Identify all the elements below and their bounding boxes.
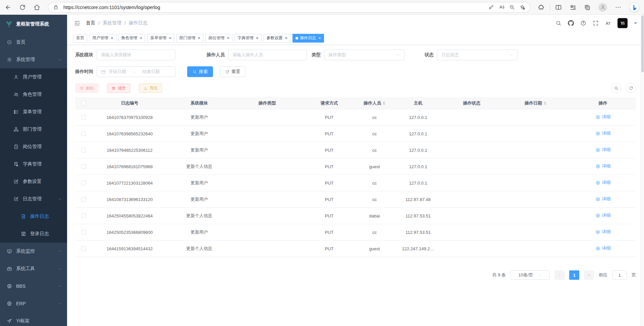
tab-4[interactable]: 部门管理× [176, 34, 204, 43]
home-icon[interactable] [34, 4, 40, 11]
sidebar-item-0[interactable]: 首页 [0, 34, 67, 51]
sidebar-item-7[interactable]: 字典管理 [0, 155, 67, 173]
github-icon[interactable] [568, 20, 574, 26]
row-checkbox[interactable] [81, 131, 86, 136]
close-icon[interactable]: × [318, 36, 321, 40]
operator-input[interactable]: 请输入操作人员 [228, 50, 307, 60]
row-checkbox[interactable] [81, 181, 86, 185]
clear-button[interactable]: 清空 [107, 83, 130, 93]
module-input[interactable]: 请输入系统模块 [97, 50, 175, 60]
page-scrollbar[interactable] [641, 15, 644, 326]
collections-icon[interactable] [584, 4, 591, 11]
sidebar-item-4[interactable]: 菜单管理 [0, 103, 67, 121]
date-range-input[interactable]: 开始日期 - 结束日期 [97, 66, 175, 77]
refresh-icon[interactable] [19, 4, 26, 11]
zoom-out-icon[interactable] [509, 4, 515, 10]
goto-page-input[interactable]: 1 [612, 270, 627, 280]
page-size-select[interactable]: 10条/页 [511, 270, 550, 280]
password-key-icon[interactable] [488, 4, 494, 10]
close-icon[interactable]: × [256, 36, 259, 40]
reset-button[interactable]: 重置 [220, 66, 246, 77]
close-icon[interactable]: × [227, 36, 229, 40]
row-checkbox[interactable] [81, 197, 86, 202]
sidebar-item-15[interactable]: ERP [0, 295, 67, 312]
lock-icon[interactable] [53, 4, 59, 10]
status-select[interactable]: 日志状态 [437, 50, 518, 60]
favorites-icon[interactable] [570, 4, 576, 11]
user-avatar[interactable]: Yi [618, 18, 628, 28]
collapse-sidebar-icon[interactable] [74, 20, 80, 26]
sidebar-item-2[interactable]: 用户管理 [0, 68, 67, 86]
split-screen-icon[interactable] [555, 4, 562, 11]
tab-3[interactable]: 菜单管理× [147, 34, 174, 43]
row-checkbox[interactable] [81, 213, 86, 218]
detail-link[interactable]: 详细 [595, 229, 611, 235]
tab-6[interactable]: 字典管理× [234, 34, 262, 43]
detail-link[interactable]: 详细 [595, 147, 611, 153]
detail-link[interactable]: 详细 [595, 196, 611, 202]
extensions-icon[interactable] [538, 4, 545, 11]
sidebar-item-9[interactable]: 日志管理 [0, 190, 67, 208]
search-button[interactable]: 搜索 [187, 66, 213, 77]
favorite-add-icon[interactable] [520, 4, 525, 10]
delete-button[interactable]: 删除 [75, 83, 98, 93]
close-icon[interactable]: × [140, 36, 143, 40]
fullscreen-icon[interactable] [593, 20, 599, 26]
sidebar-item-13[interactable]: 系统工具 [0, 260, 67, 277]
tab-7[interactable]: 参数设置× [264, 34, 291, 43]
close-icon[interactable]: × [169, 36, 171, 40]
browser-profile-avatar[interactable] [598, 3, 607, 12]
tab-5[interactable]: 岗位管理× [205, 34, 232, 43]
font-size-icon[interactable] [605, 20, 611, 26]
sidebar-item-16[interactable]: Yi框架 [0, 312, 67, 326]
export-button[interactable]: 导出 [139, 83, 162, 93]
detail-link[interactable]: 详细 [595, 114, 611, 120]
detail-link[interactable]: 详细 [595, 212, 611, 218]
sidebar-item-14[interactable]: BBS [0, 277, 67, 295]
sidebar-item-5[interactable]: 部门管理 [0, 121, 67, 138]
tab-1[interactable]: 用户管理× [89, 34, 116, 43]
row-checkbox[interactable] [81, 246, 86, 251]
scrollbar-thumb[interactable] [641, 15, 644, 72]
close-icon[interactable]: × [198, 36, 201, 40]
detail-link[interactable]: 详细 [595, 130, 611, 136]
sidebar-item-12[interactable]: 系统监控 [0, 243, 67, 260]
row-checkbox[interactable] [81, 148, 86, 152]
sidebar-item-3[interactable]: 角色管理 [0, 86, 67, 103]
tab-2[interactable]: 角色管理× [118, 34, 146, 43]
page-number-1[interactable]: 1 [569, 270, 579, 280]
breadcrumb-item[interactable]: 首页 [86, 20, 95, 26]
bing-chat-icon[interactable] [629, 2, 639, 12]
read-aloud-icon[interactable] [499, 4, 504, 10]
sort-caret-icon[interactable] [544, 102, 546, 105]
help-icon[interactable] [580, 20, 586, 26]
sidebar-item-8[interactable]: 参数设置 [0, 173, 67, 190]
search-icon[interactable] [555, 20, 561, 26]
detail-link[interactable]: 详细 [595, 180, 611, 186]
detail-link[interactable]: 详细 [595, 163, 611, 169]
prev-page-button[interactable] [554, 270, 565, 280]
next-page-button[interactable] [584, 270, 594, 280]
url-text[interactable]: https://ccnetcore.com:1101/system/log/op… [63, 5, 484, 10]
column-header-7[interactable]: 操作日期 [501, 100, 570, 106]
tab-0[interactable]: 首页 [73, 34, 87, 43]
back-icon[interactable] [5, 4, 11, 11]
address-bar[interactable]: https://ccnetcore.com:1101/system/log/op… [48, 2, 530, 13]
column-header-4[interactable]: 操作人员 [355, 100, 394, 106]
row-checkbox[interactable] [81, 164, 86, 169]
row-checkbox[interactable] [81, 230, 86, 235]
row-checkbox[interactable] [81, 115, 86, 120]
close-icon[interactable]: × [285, 36, 288, 40]
detail-link[interactable]: 详细 [595, 245, 611, 251]
more-menu-icon[interactable] [615, 4, 622, 11]
sidebar-item-11[interactable]: 登录日志 [0, 225, 67, 243]
close-icon[interactable]: × [111, 36, 113, 40]
refresh-table-button[interactable] [626, 83, 636, 93]
avatar-caret-icon[interactable] [634, 22, 637, 26]
select-all-checkbox[interactable] [81, 101, 86, 106]
show-search-button[interactable] [611, 83, 621, 93]
sidebar-item-1[interactable]: 系统管理 [0, 51, 67, 68]
tab-8[interactable]: 操作日志× [292, 34, 324, 43]
sidebar-item-10[interactable]: 操作日志 [0, 208, 67, 225]
sidebar-item-6[interactable]: 岗位管理 [0, 138, 67, 155]
